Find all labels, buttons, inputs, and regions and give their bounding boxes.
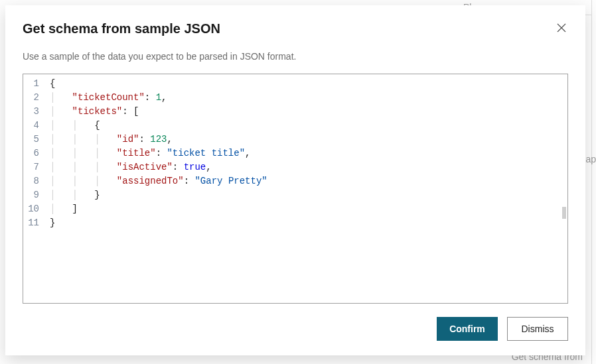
line-number: 2 [23,91,40,105]
confirm-button[interactable]: Confirm [437,317,498,341]
code-line: │ "tickets": [ [50,105,567,119]
line-number: 10 [23,202,40,216]
dialog-header: Get schema from sample JSON [23,21,568,36]
line-number: 9 [23,188,40,202]
code-line: │ │ │ "isActive": true, [50,160,567,174]
code-line: │ ] [50,202,567,216]
line-number: 5 [23,133,40,147]
line-number: 3 [23,105,40,119]
line-number: 1 [23,77,40,91]
dismiss-button[interactable]: Dismiss [507,317,568,341]
close-button[interactable] [555,21,568,36]
line-number: 11 [23,216,40,230]
line-number: 7 [23,160,40,174]
dialog-title: Get schema from sample JSON [23,21,220,36]
bg-right-divider [591,0,592,364]
dialog-subtitle: Use a sample of the data you expect to b… [23,51,568,62]
json-editor[interactable]: 1234567891011 {│ "ticketCount": 1,│ "tic… [23,74,568,304]
code-line: │ │ } [50,188,567,202]
bg-ap-fragment: ap [585,154,596,164]
app-backdrop: Phrases ap Get schema from Get schema fr… [0,0,596,364]
code-line: │ "ticketCount": 1, [50,91,567,105]
code-line: } [50,216,567,230]
code-line: │ │ │ "assignedTo": "Gary Pretty" [50,174,567,188]
line-number: 6 [23,147,40,160]
line-number: 8 [23,174,40,188]
get-schema-dialog: Get schema from sample JSON Use a sample… [5,5,585,355]
editor-code[interactable]: {│ "ticketCount": 1,│ "tickets": [│ │ {│… [47,74,567,303]
line-number: 4 [23,119,40,133]
editor-gutter: 1234567891011 [23,74,47,303]
dialog-footer: Confirm Dismiss [23,317,568,341]
code-line: │ │ { [50,119,567,133]
code-line: │ │ │ "id": 123, [50,133,567,147]
editor-scroll-thumb[interactable] [562,207,566,219]
close-icon [556,25,567,35]
code-line: │ │ │ "title": "ticket title", [50,147,567,160]
code-line: { [50,77,567,91]
